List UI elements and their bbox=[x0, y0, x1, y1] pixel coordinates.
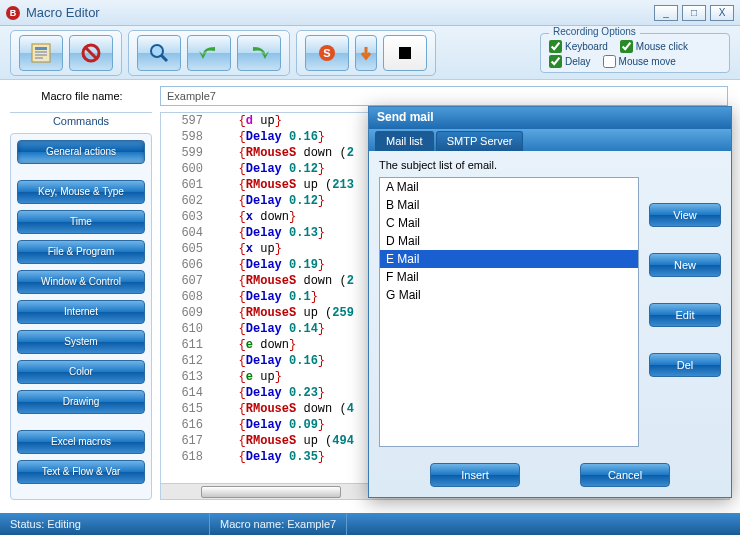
mouse-move-checkbox[interactable]: Mouse move bbox=[603, 55, 676, 68]
status-left: Status: Editing bbox=[0, 513, 210, 535]
toolbar: S Recording Options Keyboard Mouse click… bbox=[0, 26, 740, 80]
mail-list[interactable]: A MailB MailC MailD MailE MailF MailG Ma… bbox=[379, 177, 639, 447]
redo-icon bbox=[247, 43, 271, 63]
scrollbar-thumb[interactable] bbox=[201, 486, 341, 498]
undo-icon bbox=[197, 43, 221, 63]
toolbar-group-edit bbox=[128, 30, 290, 76]
sidebar-item-1[interactable]: Key, Mouse & Type bbox=[17, 180, 145, 204]
maximize-button[interactable]: □ bbox=[682, 5, 706, 21]
sidebar: Commands General actionsKey, Mouse & Typ… bbox=[10, 112, 152, 500]
new-button[interactable]: New bbox=[649, 253, 721, 277]
list-item[interactable]: A Mail bbox=[380, 178, 638, 196]
cancel-icon bbox=[80, 42, 102, 64]
svg-rect-4 bbox=[35, 57, 43, 59]
status-right: Macro name: Example7 bbox=[210, 513, 347, 535]
cancel-button[interactable] bbox=[69, 35, 113, 71]
app-title: Macro Editor bbox=[26, 5, 100, 20]
recording-options-legend: Recording Options bbox=[549, 26, 640, 37]
sidebar-item-6[interactable]: System bbox=[17, 330, 145, 354]
minimize-button[interactable]: _ bbox=[654, 5, 678, 21]
stop-icon bbox=[397, 45, 413, 61]
undo-button[interactable] bbox=[187, 35, 231, 71]
list-item[interactable]: F Mail bbox=[380, 268, 638, 286]
recording-options-panel: Recording Options Keyboard Mouse click D… bbox=[540, 33, 730, 73]
title-bar: B Macro Editor _ □ X bbox=[0, 0, 740, 26]
sidebar-item-2[interactable]: Time bbox=[17, 210, 145, 234]
dialog-side-buttons: View New Edit Del bbox=[649, 177, 721, 447]
file-name-label: Macro file name: bbox=[12, 90, 152, 102]
list-item[interactable]: C Mail bbox=[380, 214, 638, 232]
toolbar-group-file bbox=[10, 30, 122, 76]
svg-rect-2 bbox=[35, 51, 47, 53]
svg-line-8 bbox=[161, 55, 167, 61]
list-item[interactable]: D Mail bbox=[380, 232, 638, 250]
insert-button[interactable]: Insert bbox=[430, 463, 520, 487]
sidebar-item-8[interactable]: Drawing bbox=[17, 390, 145, 414]
sidebar-item-7[interactable]: Color bbox=[17, 360, 145, 384]
sidebar-header: Commands bbox=[10, 112, 152, 133]
app-icon: B bbox=[6, 6, 20, 20]
search-button[interactable] bbox=[137, 35, 181, 71]
search-icon bbox=[148, 42, 170, 64]
dialog-tabs: Mail listSMTP Server bbox=[369, 129, 731, 151]
list-item[interactable]: E Mail bbox=[380, 250, 638, 268]
dialog-title: Send mail bbox=[369, 107, 731, 129]
status-bar: Status: Editing Macro name: Example7 bbox=[0, 513, 740, 535]
sidebar-item-0[interactable]: General actions bbox=[17, 140, 145, 164]
sidebar-item-10[interactable]: Text & Flow & Var bbox=[17, 460, 145, 484]
edit-button[interactable]: Edit bbox=[649, 303, 721, 327]
sidebar-item-9[interactable]: Excel macros bbox=[17, 430, 145, 454]
record-button[interactable]: S bbox=[305, 35, 349, 71]
svg-rect-11 bbox=[399, 47, 411, 59]
sidebar-item-3[interactable]: File & Program bbox=[17, 240, 145, 264]
cancel-dialog-button[interactable]: Cancel bbox=[580, 463, 670, 487]
delay-checkbox[interactable]: Delay bbox=[549, 55, 591, 68]
tab-1[interactable]: SMTP Server bbox=[436, 131, 524, 151]
redo-button[interactable] bbox=[237, 35, 281, 71]
stop-button[interactable] bbox=[383, 35, 427, 71]
arrow-down-icon bbox=[359, 45, 373, 61]
save-button[interactable] bbox=[19, 35, 63, 71]
mouse-click-checkbox[interactable]: Mouse click bbox=[620, 40, 688, 53]
svg-text:S: S bbox=[323, 47, 330, 59]
send-mail-dialog: Send mail Mail listSMTP Server The subje… bbox=[368, 106, 732, 498]
dialog-body: The subject list of email. A MailB MailC… bbox=[369, 151, 731, 453]
tab-0[interactable]: Mail list bbox=[375, 131, 434, 151]
list-item[interactable]: B Mail bbox=[380, 196, 638, 214]
dialog-description: The subject list of email. bbox=[379, 159, 721, 171]
close-button[interactable]: X bbox=[710, 5, 734, 21]
sidebar-item-4[interactable]: Window & Control bbox=[17, 270, 145, 294]
dialog-footer: Insert Cancel bbox=[369, 453, 731, 497]
sidebar-item-5[interactable]: Internet bbox=[17, 300, 145, 324]
del-button[interactable]: Del bbox=[649, 353, 721, 377]
svg-line-6 bbox=[86, 48, 96, 58]
record-icon: S bbox=[317, 43, 337, 63]
toolbar-group-record: S bbox=[296, 30, 436, 76]
record-dropdown-button[interactable] bbox=[355, 35, 377, 71]
keyboard-checkbox[interactable]: Keyboard bbox=[549, 40, 608, 53]
file-name-input[interactable] bbox=[160, 86, 728, 106]
svg-rect-3 bbox=[35, 54, 47, 56]
view-button[interactable]: View bbox=[649, 203, 721, 227]
list-item[interactable]: G Mail bbox=[380, 286, 638, 304]
svg-rect-1 bbox=[35, 47, 47, 50]
save-icon bbox=[30, 42, 52, 64]
sidebar-panel: General actionsKey, Mouse & TypeTimeFile… bbox=[10, 133, 152, 500]
